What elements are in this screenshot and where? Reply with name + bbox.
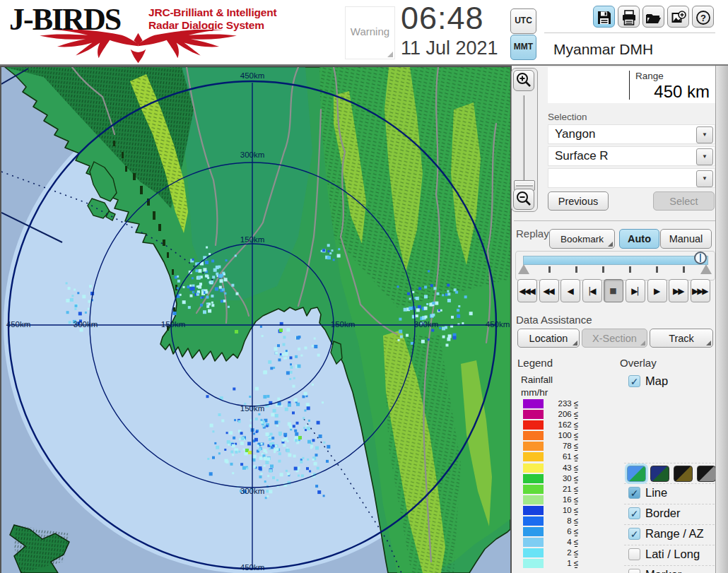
svg-text:450km: 450km (6, 320, 31, 329)
legend-value: 6≤ (546, 527, 578, 536)
replay-slider-thumb[interactable] (694, 252, 707, 264)
svg-text:150km: 150km (161, 320, 186, 329)
legend-value: 2≤ (546, 548, 578, 557)
map-style-swatch-2[interactable] (650, 466, 669, 482)
open-folder-button[interactable] (642, 6, 664, 28)
legend-color-swatch (523, 420, 544, 430)
leq-symbol: ≤ (574, 431, 578, 440)
previous-button[interactable]: Previous (548, 191, 609, 211)
select-button[interactable]: Select (653, 191, 715, 211)
print-button[interactable] (618, 6, 640, 28)
checkbox-lati-long[interactable] (628, 548, 640, 560)
chevron-down-icon[interactable]: ▼ (696, 148, 713, 165)
map-style-swatch-3[interactable] (674, 466, 693, 482)
play-button[interactable]: ▶ (647, 279, 667, 302)
overlay-row-marker: Marker (624, 565, 715, 573)
fast-forward-button[interactable]: ▶▶ (669, 279, 688, 302)
selection-label: Selection (548, 112, 587, 122)
legend-value: 4≤ (546, 538, 578, 547)
site-dropdown[interactable]: Yangon ▼ (548, 124, 715, 144)
checkbox-map[interactable]: ✓ (628, 375, 640, 387)
checkbox-line[interactable]: ✓ (628, 487, 640, 499)
step-forward-button[interactable]: ▶| (626, 279, 645, 302)
zoom-slider-track[interactable] (523, 95, 526, 184)
legend-entry: 233≤ (523, 399, 601, 408)
rewind-button[interactable]: ◀◀ (539, 279, 559, 302)
fast-rewind-button[interactable]: ◀◀◀ (517, 279, 537, 302)
legend-color-swatch (523, 410, 544, 419)
map-style-swatch-1[interactable] (627, 466, 646, 482)
divider (514, 220, 715, 221)
add-image-button[interactable] (667, 6, 689, 28)
stop-button[interactable]: ■ (604, 279, 623, 302)
warning-label: Warning (346, 25, 394, 37)
chevron-down-icon[interactable]: ▼ (696, 126, 713, 143)
step-back-button[interactable]: |◀ (582, 279, 602, 302)
svg-text:150km: 150km (240, 235, 265, 244)
legend-entry: 8≤ (523, 516, 601, 526)
option-dropdown[interactable]: ▼ (548, 168, 715, 188)
legend-entry: 10≤ (523, 506, 601, 515)
svg-text:?: ? (700, 13, 706, 23)
help-button[interactable]: ? (692, 6, 714, 28)
svg-text:150km: 150km (331, 320, 356, 329)
range-display: Range 450 km (548, 67, 715, 103)
x-section-button[interactable]: X-Section (582, 329, 647, 348)
product-dropdown[interactable]: Surface R ▼ (548, 146, 715, 166)
menu-corner-icon (608, 242, 613, 247)
legend-value: 21≤ (546, 485, 578, 494)
menu-corner-icon (573, 341, 577, 345)
slider-tick (629, 266, 631, 273)
fastest-forward-button[interactable]: ▶▶▶ (691, 279, 710, 302)
save-button[interactable] (593, 6, 615, 28)
leq-symbol: ≤ (574, 474, 578, 483)
legend-entry: 162≤ (523, 420, 601, 430)
range-label: Range (635, 71, 664, 81)
bookmark-button[interactable]: Bookmark (549, 229, 615, 249)
replay-slider-track[interactable] (523, 256, 708, 265)
manual-button[interactable]: Manual (660, 229, 712, 249)
overlay-item-label: Map (645, 374, 668, 388)
utc-button[interactable]: UTC (510, 8, 536, 34)
resize-handle-icon (387, 52, 393, 57)
overlay-row-line: ✓Line (624, 483, 715, 502)
map-style-swatch-4[interactable] (697, 466, 716, 482)
replay-slider (515, 251, 715, 280)
clock-date: 11 Jul 2021 (401, 37, 521, 59)
chevron-down-icon[interactable]: ▼ (696, 170, 713, 187)
legend-value: 233≤ (546, 399, 578, 408)
help-icon: ? (695, 10, 711, 25)
overlay-row-lati-long: Lati / Long (624, 545, 715, 564)
slider-start-marker[interactable] (518, 264, 529, 274)
slider-tick (656, 266, 658, 273)
range-value: 450 km (654, 82, 710, 102)
divider (629, 71, 630, 100)
slider-end-marker[interactable] (700, 264, 712, 274)
overlay-item-label: Range / AZ (645, 527, 704, 540)
menu-corner-icon (706, 341, 711, 345)
print-icon (621, 10, 637, 25)
radar-map[interactable]: 450km300km150km150km300km450km450km300km… (0, 66, 512, 573)
station-title-box: Myanmar DMH (548, 37, 715, 64)
app-logo-tagline: JRC-Brilliant & Intelligent Radar Dialog… (148, 6, 276, 32)
checkbox-range-az[interactable]: ✓ (628, 528, 640, 540)
checkbox-marker[interactable] (628, 569, 640, 573)
legend-color-swatch (523, 399, 544, 408)
track-button[interactable]: Track (650, 329, 713, 348)
legend-color-swatch (523, 559, 544, 568)
overlay-label: Overlay (620, 357, 657, 369)
checkbox-border[interactable]: ✓ (628, 507, 640, 519)
product-dropdown-value: Surface R (555, 149, 609, 163)
play-backward-button[interactable]: ◀ (560, 279, 580, 302)
legend-color-swatch (523, 538, 544, 547)
legend-color-swatch (523, 452, 544, 461)
leq-symbol: ≤ (574, 442, 578, 451)
location-button[interactable]: Location (517, 329, 580, 348)
leq-symbol: ≤ (574, 420, 578, 430)
auto-button[interactable]: Auto (619, 229, 659, 249)
legend-color-swatch (523, 495, 544, 504)
zoom-out-button[interactable] (513, 189, 534, 210)
zoom-in-button[interactable] (513, 70, 534, 91)
legend-entry: 6≤ (523, 527, 601, 536)
mmt-button[interactable]: MMT (510, 35, 536, 60)
